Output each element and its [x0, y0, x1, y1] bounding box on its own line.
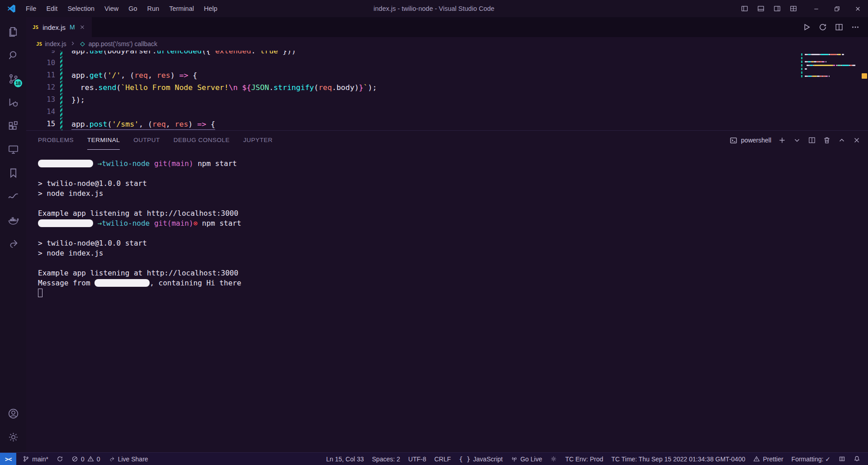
terminal-line: Example app listening at http://localhos… [38, 268, 868, 278]
code-line: 11app.get('/', (req, res) => { [26, 69, 868, 81]
add-button[interactable] [778, 136, 786, 144]
panel-actions: powershell [730, 131, 861, 150]
chevron-down-button[interactable] [793, 136, 801, 144]
activity-remote-explorer[interactable] [0, 138, 26, 161]
tab-indexjs[interactable]: JS index.js M [26, 17, 92, 37]
close-tab-icon[interactable] [79, 24, 85, 30]
shell-selector[interactable]: powershell [730, 137, 771, 144]
activity-extensions[interactable] [0, 114, 26, 138]
git-modified-indicator [60, 69, 62, 81]
layout-controls [737, 0, 801, 17]
search-icon [7, 49, 19, 62]
activity-explorer[interactable] [0, 20, 26, 43]
status-label: Ln 15, Col 33 [326, 456, 363, 463]
status-remote-indicator[interactable]: >< [0, 453, 16, 465]
status-problems[interactable]: 00 [67, 453, 104, 465]
panel-tab-terminal[interactable]: TERMINAL [87, 131, 120, 150]
status-language-mode[interactable]: { }JavaScript [455, 453, 507, 465]
menu-terminal[interactable]: Terminal [164, 0, 199, 17]
window-controls [806, 0, 868, 17]
status-tc-time[interactable]: TC Time: Thu Sep 15 2022 01:34:38 GMT-04… [607, 453, 749, 465]
status-live-share[interactable]: Live Share [104, 453, 152, 465]
play-button[interactable] [802, 23, 811, 32]
status-prettier[interactable]: Prettier [749, 453, 787, 465]
activity-thunder-client[interactable] [0, 185, 26, 208]
menu-view[interactable]: View [99, 0, 123, 17]
warning-icon [753, 456, 760, 462]
layout-panel-button[interactable] [753, 0, 769, 17]
tab-label: index.js [42, 24, 66, 31]
activity-search[interactable] [0, 43, 26, 67]
terminal-content[interactable]: →twilio-node git(main) npm start > twili… [26, 150, 868, 452]
menu-edit[interactable]: Edit [41, 0, 62, 17]
sync-button[interactable] [818, 23, 827, 32]
ellipsis-button[interactable] [851, 23, 860, 32]
activity-live-share[interactable] [0, 232, 26, 255]
js-file-icon: JS [33, 24, 38, 30]
code-area: 9app.use(bodyParser.urlencoded({ extende… [26, 51, 868, 130]
status-eol[interactable]: CRLF [430, 453, 455, 465]
menu-file[interactable]: File [21, 0, 41, 17]
panel-tab-problems[interactable]: PROBLEMS [38, 131, 74, 150]
activity-source-control[interactable]: 18 [0, 67, 26, 90]
status-go-live[interactable]: Go Live [507, 453, 546, 465]
status-cursor-position[interactable]: Ln 15, Col 33 [322, 453, 368, 465]
status-right: Ln 15, Col 33Spaces: 2UTF-8CRLF{ }JavaSc… [322, 453, 868, 465]
status-label: 0 [81, 456, 85, 463]
layout-grid-button[interactable] [786, 0, 801, 17]
git-modified-indicator [60, 51, 62, 57]
minimap[interactable] [801, 52, 855, 78]
terminal-line: > node index.js [38, 248, 868, 258]
minimap-line [801, 60, 855, 63]
close-button[interactable] [847, 0, 868, 17]
status-extension-gear[interactable] [546, 453, 561, 465]
status-label: TC Time: Thu Sep 15 2022 01:34:38 GMT-04… [611, 456, 745, 463]
status-encoding[interactable]: UTF-8 [404, 453, 430, 465]
terminal-line [38, 258, 868, 268]
activity-bookmarks[interactable] [0, 161, 26, 185]
menu-go[interactable]: Go [123, 0, 142, 17]
live-share-icon [7, 237, 19, 250]
panel-tab-jupyter[interactable]: JUPYTER [243, 131, 273, 150]
split-editor-button[interactable] [835, 23, 844, 32]
breadcrumb-symbol[interactable]: app.post('/sms') callback [79, 40, 157, 47]
layout-sidebar-right-button[interactable] [769, 0, 785, 17]
status-tc-env[interactable]: TC Env: Prod [561, 453, 607, 465]
activity-run-and-debug[interactable] [0, 90, 26, 114]
status-label: UTF-8 [408, 456, 426, 463]
status-notifications[interactable] [849, 453, 864, 465]
status-label: Formatting: ✓ [792, 456, 830, 463]
activity-settings[interactable] [0, 425, 26, 449]
chevron-up-button[interactable] [838, 136, 846, 144]
menu-run[interactable]: Run [142, 0, 165, 17]
status-sync-status[interactable] [52, 453, 67, 465]
status-formatting[interactable]: Formatting: ✓ [788, 453, 835, 465]
activity-docker[interactable] [0, 208, 26, 232]
minimize-button[interactable] [806, 0, 826, 17]
menu-help[interactable]: Help [199, 0, 222, 17]
git-modified-indicator [60, 94, 62, 106]
terminal-line: > twilio-node@1.0.0 start [38, 179, 868, 189]
close-button[interactable] [853, 136, 861, 144]
menu-selection[interactable]: Selection [62, 0, 99, 17]
status-editor-layout[interactable] [835, 453, 849, 465]
code-editor[interactable]: 9app.use(bodyParser.urlencoded({ extende… [26, 51, 868, 130]
split-panel-button[interactable] [808, 136, 816, 144]
columns-icon [839, 456, 845, 462]
status-indentation[interactable]: Spaces: 2 [368, 453, 404, 465]
line-number: 11 [26, 69, 55, 81]
editor-actions [802, 17, 868, 37]
breadcrumb-file[interactable]: JS index.js [36, 40, 66, 47]
trash-button[interactable] [823, 136, 831, 144]
activity-accounts[interactable] [0, 402, 26, 425]
git-modified-indicator [60, 81, 62, 94]
status-git-branch[interactable]: main* [19, 453, 52, 465]
breadcrumb-symbol-label: app.post('/sms') callback [89, 40, 157, 47]
panel-tab-debug-console[interactable]: DEBUG CONSOLE [174, 131, 230, 150]
layout-sidebar-left-button[interactable] [737, 0, 752, 17]
restore-button[interactable] [826, 0, 847, 17]
account-icon [7, 408, 19, 420]
line-number: 12 [26, 81, 55, 94]
code-line: 12 res.send(`Hello From Node Server!\n $… [26, 81, 868, 94]
panel-tab-output[interactable]: OUTPUT [133, 131, 160, 150]
